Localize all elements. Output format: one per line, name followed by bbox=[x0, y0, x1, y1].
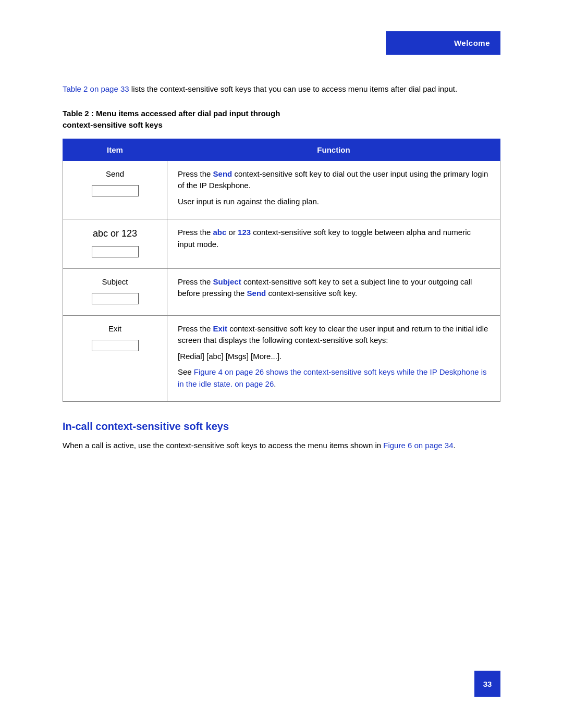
abc-bold-link[interactable]: abc bbox=[213, 228, 227, 237]
figure6-link[interactable]: Figure 6 on page 34 bbox=[383, 441, 453, 450]
subject-bold-link[interactable]: Subject bbox=[213, 277, 241, 286]
function-cell-send: Press the Send context-sensitive soft ke… bbox=[167, 161, 500, 219]
func-exit-p1: Press the Exit context-sensitive soft ke… bbox=[178, 323, 489, 347]
item-cell-subject: Subject bbox=[63, 268, 167, 315]
function-cell-subject: Press the Subject context-sensitive soft… bbox=[167, 268, 500, 315]
table-row: Subject Press the Subject context-sensit… bbox=[63, 268, 500, 315]
func-send-p1: Press the Send context-sensitive soft ke… bbox=[178, 168, 489, 192]
page-container: Welcome Table 2 on page 33 lists the con… bbox=[0, 0, 563, 728]
table-row: abc or 123 Press the abc or 123 context-… bbox=[63, 219, 500, 269]
function-cell-abc: Press the abc or 123 context-sensitive s… bbox=[167, 219, 500, 269]
item-label-abc: abc or 123 bbox=[74, 227, 156, 241]
header-bar: Welcome bbox=[386, 31, 500, 55]
main-content: Table 2 on page 33 lists the context-sen… bbox=[0, 0, 563, 493]
main-table: Item Function Send Press the Send contex… bbox=[63, 139, 500, 402]
col-header-function: Function bbox=[167, 139, 500, 161]
item-cell-abc: abc or 123 bbox=[63, 219, 167, 269]
intro-paragraph: Table 2 on page 33 lists the context-sen… bbox=[63, 83, 500, 95]
send-bold-link[interactable]: Send bbox=[213, 169, 232, 178]
section-para-pre: When a call is active, use the context-s… bbox=[63, 441, 383, 450]
func-exit-p3: See Figure 4 on page 26 shows the contex… bbox=[178, 366, 489, 390]
item-label-subject: Subject bbox=[74, 276, 156, 288]
item-cell-exit: Exit bbox=[63, 315, 167, 402]
header-title: Welcome bbox=[454, 39, 490, 47]
page-number: 33 bbox=[483, 680, 492, 688]
section-heading: In-call context-sensitive soft keys bbox=[63, 421, 500, 433]
soft-key-exit bbox=[92, 340, 139, 351]
soft-key-subject bbox=[92, 293, 139, 304]
soft-key-send bbox=[92, 185, 139, 196]
send-bold-link2[interactable]: Send bbox=[247, 289, 266, 298]
col-header-item: Item bbox=[63, 139, 167, 161]
func-exit-p2: [Redial] [abc] [Msgs] [More...]. bbox=[178, 351, 489, 363]
section-paragraph: When a call is active, use the context-s… bbox=[63, 440, 500, 452]
section-para-post: . bbox=[454, 441, 456, 450]
table-row: Send Press the Send context-sensitive so… bbox=[63, 161, 500, 219]
exit-bold-link[interactable]: Exit bbox=[213, 324, 228, 333]
function-cell-exit: Press the Exit context-sensitive soft ke… bbox=[167, 315, 500, 402]
123-bold-link[interactable]: 123 bbox=[238, 228, 251, 237]
table-heading: Table 2 : Menu items accessed after dial… bbox=[63, 108, 500, 131]
table-header-row: Item Function bbox=[63, 139, 500, 161]
table-row: Exit Press the Exit context-sensitive so… bbox=[63, 315, 500, 402]
item-label-exit: Exit bbox=[74, 323, 156, 335]
table-heading-line1: Table 2 : Menu items accessed after dial… bbox=[63, 109, 280, 118]
figure4-link[interactable]: Figure 4 on page 26 shows the context-se… bbox=[178, 367, 487, 388]
item-label-send: Send bbox=[74, 168, 156, 180]
intro-text: lists the context-sensitive soft keys th… bbox=[129, 84, 457, 93]
table-heading-line2: context-sensitive soft keys bbox=[63, 120, 163, 129]
table2-link[interactable]: Table 2 on page 33 bbox=[63, 84, 129, 93]
soft-key-abc bbox=[92, 246, 139, 257]
func-abc-p1: Press the abc or 123 context-sensitive s… bbox=[178, 227, 489, 250]
item-cell-send: Send bbox=[63, 161, 167, 219]
func-subject-p1: Press the Subject context-sensitive soft… bbox=[178, 276, 489, 300]
func-send-p2: User input is run against the dialing pl… bbox=[178, 196, 489, 208]
page-footer: 33 bbox=[474, 671, 500, 697]
